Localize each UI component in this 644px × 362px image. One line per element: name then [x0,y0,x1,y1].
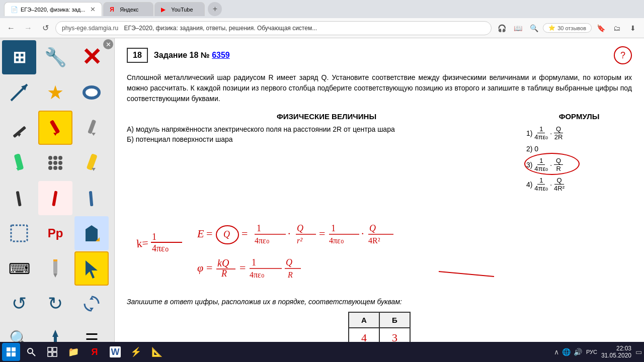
tool-dots[interactable] [38,146,72,180]
tool-fill[interactable] [74,216,109,250]
taskbar-word[interactable]: W [106,343,125,361]
tool-chalk-blue[interactable] [74,181,109,215]
task18-link[interactable]: 6359 [212,51,230,59]
svg-text:=: = [319,227,325,240]
tool-star[interactable]: ★ [38,75,72,110]
tool-refresh[interactable] [74,287,109,321]
new-tab-button[interactable]: + [208,2,222,16]
tool-grid[interactable]: ⊞ [2,40,36,74]
tab-youtube[interactable]: ▶ YouTube [154,2,205,16]
volume-icon[interactable]: 🔊 [574,348,582,356]
svg-text:4πε₀: 4πε₀ [250,270,264,279]
svg-text:=: = [242,227,248,240]
marker-yellow-icon [79,151,104,175]
taskbar-yandex[interactable]: Я [85,343,105,361]
chevron-up-icon[interactable]: ∧ [554,348,559,356]
address-box[interactable]: phys-ege.sdamgia.ru ЕГЭ–2020, физика: за… [55,21,492,35]
fill-icon [79,221,104,245]
url-text: phys-ege.sdamgia.ru ЕГЭ–2020, физика: за… [62,25,485,32]
tool-text[interactable]: Pp [38,216,72,250]
system-icons: ∧ 🌐 🔊 [554,348,582,356]
taskbar-taskview[interactable] [42,343,62,361]
network-icon[interactable]: 🌐 [562,348,571,356]
headphones-icon[interactable]: 🎧 [495,21,509,35]
svg-text:k=: k= [136,236,149,250]
tool-redo[interactable]: ↻ [38,287,72,321]
svg-text:4R²: 4R² [368,236,380,245]
search-taskbar-icon [25,346,37,358]
taskbar-app3[interactable]: 📐 [147,343,167,361]
dots-grid-icon [43,151,67,175]
back-button[interactable]: ← [4,21,18,35]
tab-favicon-youtube: ▶ [161,6,168,13]
tab-close-ege[interactable]: ✕ [90,6,96,13]
tab-ege[interactable]: 📄 ЕГЭ–2020, физика: зад... ✕ [4,2,102,16]
browser-chrome: 📄 ЕГЭ–2020, физика: зад... ✕ Я Яндекс ▶ … [0,0,644,38]
start-button[interactable] [2,343,20,361]
content-area: 18 Задание 18 № 6359 ? Сплошной металлич… [115,38,644,362]
item-b: Б) потенциал поверхности шара [127,135,516,143]
reload-button[interactable]: ↺ [38,21,52,35]
show-desktop-icon[interactable]: ▭ [635,348,642,356]
col-header-b: Б [379,312,410,328]
svg-text:R: R [221,268,227,279]
pen-gray-icon [79,116,104,140]
taskbar-app2[interactable]: ⚡ [126,343,146,361]
address-bar: ← → ↺ phys-ege.sdamgia.ru ЕГЭ–2020, физи… [0,18,644,38]
tool-pen-gray[interactable] [74,111,109,145]
tool-pen-black[interactable] [2,111,36,145]
tool-undo[interactable]: ↺ [2,287,36,321]
pen-red-icon [43,116,67,140]
svg-text:·: · [361,227,364,240]
svg-rect-6 [50,120,60,134]
sidebar-toolbar: ✕ ⊞ 🔧 ✕ ★ [0,38,115,362]
formula-4: 4) 1 4πε₀ · Q 4R² [526,176,632,192]
tool-chalk-red[interactable] [38,181,72,215]
chalk-black-icon [7,186,31,210]
search-icon[interactable]: 🔍 [527,21,541,35]
reviews-button[interactable]: ⭐ 30 отзывов [543,23,592,33]
taskbar-edge[interactable]: 📁 [63,343,84,361]
star-icon: ⭐ [548,25,555,31]
svg-text:Q: Q [369,223,376,233]
svg-point-3 [86,88,98,97]
tab-yandex[interactable]: Я Яндекс [103,2,153,16]
svg-rect-80 [7,352,11,356]
collections-icon[interactable]: 🗂 [610,21,624,35]
bookmark-icon[interactable]: 🔖 [594,21,608,35]
svg-point-13 [53,156,57,160]
reader-icon[interactable]: 📖 [511,21,525,35]
tool-close[interactable]: ✕ [74,40,109,74]
select-icon [7,221,31,245]
toolbar-grid: ⊞ 🔧 ✕ ★ [0,38,114,362]
svg-rect-31 [53,259,57,261]
svg-text:4πε₀: 4πε₀ [329,236,344,245]
tool-wrench[interactable]: 🔧 [38,40,72,74]
svg-text:kQ: kQ [217,257,229,268]
col-header-a: А [349,312,379,328]
tool-pencil-gray[interactable] [38,251,72,286]
tool-select[interactable] [2,216,36,250]
tool-arrow[interactable] [2,75,36,110]
forward-button[interactable]: → [21,21,35,35]
chalk-red-icon [43,186,67,210]
tool-eraser-blue[interactable] [74,75,109,110]
taskbar-search[interactable] [21,343,41,361]
svg-text:Q: Q [223,229,230,239]
task18-description: Сплошной металлический шар радиусом R им… [127,72,632,104]
help-button[interactable]: ? [614,46,632,64]
tool-pen-red[interactable] [38,111,72,145]
tab-favicon-ege: 📄 [11,6,18,13]
language-indicator[interactable]: РУС [586,349,597,355]
refresh-icon [79,292,104,316]
tool-marker-yellow[interactable] [74,146,109,180]
pen-black-icon [7,116,31,140]
svg-text:r²: r² [297,236,303,245]
download-icon[interactable]: ⬇ [626,21,640,35]
tool-chalk-black[interactable] [2,181,36,215]
tool-pointer[interactable] [74,251,109,286]
svg-rect-86 [48,352,52,356]
tool-keyboard[interactable]: ⌨ [2,251,36,286]
tool-marker-green[interactable] [2,146,36,180]
taskbar-right: ∧ 🌐 🔊 РУС 22:03 31.05.2020 ▭ [554,345,642,359]
